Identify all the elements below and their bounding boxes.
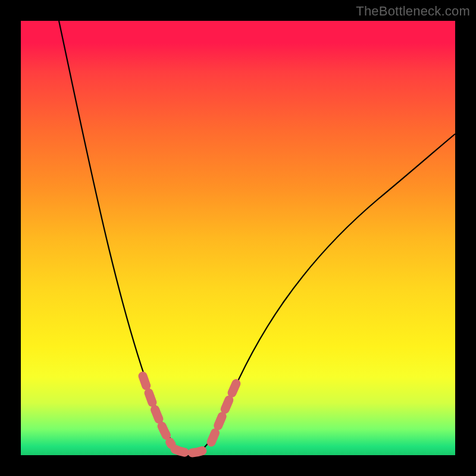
highlight-right-branch bbox=[211, 377, 239, 442]
highlight-valley-floor bbox=[175, 449, 206, 453]
bottleneck-curve bbox=[59, 21, 455, 453]
plot-area bbox=[21, 21, 455, 455]
plot-svg bbox=[21, 21, 455, 455]
watermark-text: TheBottleneck.com bbox=[356, 4, 470, 19]
chart-stage: TheBottleneck.com bbox=[0, 0, 476, 476]
highlight-left-branch bbox=[143, 376, 171, 444]
